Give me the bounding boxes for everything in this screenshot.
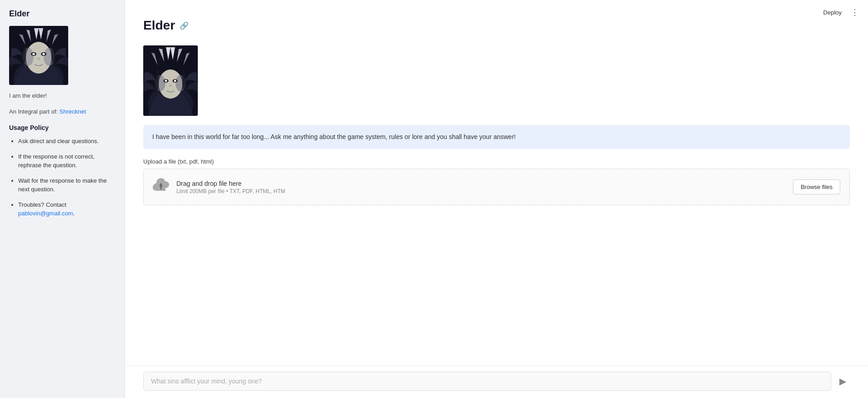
policy-item-1: Ask direct and clear questions. [18, 137, 115, 146]
troubles-suffix: . [73, 210, 75, 217]
sidebar-description: I am the elder! [9, 92, 115, 99]
integral-prefix: An Integral part of: [9, 108, 58, 115]
agent-main-image [143, 45, 198, 116]
agent-title: Elder [143, 18, 175, 33]
contact-link[interactable]: pablovin@gmail.com [18, 210, 73, 217]
agent-link-icon[interactable]: 🔗 [180, 21, 189, 30]
send-button[interactable]: ▶ [836, 374, 850, 388]
agent-title-row: Elder 🔗 [143, 18, 850, 33]
main-content: Deploy ⋮ Elder 🔗 [125, 0, 868, 398]
sidebar-avatar [9, 26, 68, 85]
agent-main-avatar [143, 45, 198, 116]
sidebar-avatar-image [9, 26, 68, 85]
drag-drop-text: Drag and drop file here [176, 180, 786, 187]
input-area: ▶ [125, 366, 868, 398]
policy-item-3: Wait for the response to make the next q… [18, 176, 115, 194]
troubles-prefix: Troubles? Contact [18, 201, 66, 208]
upload-section: Upload a file (txt, pdf, html) Drag and … [143, 158, 850, 205]
sidebar-title: Elder [9, 9, 115, 19]
sidebar: Elder [0, 0, 125, 398]
intro-message: I have been in this world for far too lo… [143, 125, 850, 149]
svg-point-14 [42, 53, 45, 55]
sidebar-integral: An Integral part of: Shrecknet [9, 108, 115, 115]
svg-point-28 [165, 80, 167, 82]
svg-rect-31 [161, 186, 162, 189]
svg-point-29 [174, 80, 176, 82]
policy-item-4: Troubles? Contact pablovin@gmail.com. [18, 200, 115, 218]
integral-link[interactable]: Shrecknet [60, 108, 86, 115]
deploy-button[interactable]: Deploy [820, 7, 845, 18]
browse-files-button[interactable]: Browse files [793, 179, 840, 194]
svg-point-13 [32, 53, 35, 55]
more-menu-button[interactable]: ⋮ [849, 5, 861, 19]
chat-area: Elder 🔗 [125, 0, 868, 366]
usage-policy-list: Ask direct and clear questions. If the r… [9, 137, 115, 218]
upload-text-group: Drag and drop file here Limit 200MB per … [176, 180, 786, 194]
topbar: Deploy ⋮ [813, 0, 868, 25]
policy-item-2: If the response is not correct, rephrase… [18, 152, 115, 170]
upload-limit-text: Limit 200MB per file • TXT, PDF, HTML, H… [176, 188, 786, 194]
upload-dropzone[interactable]: Drag and drop file here Limit 200MB per … [143, 169, 850, 205]
cloud-upload-icon [153, 178, 169, 196]
usage-policy-title: Usage Policy [9, 124, 115, 131]
upload-label: Upload a file (txt, pdf, html) [143, 158, 850, 165]
chat-input[interactable] [143, 372, 831, 391]
